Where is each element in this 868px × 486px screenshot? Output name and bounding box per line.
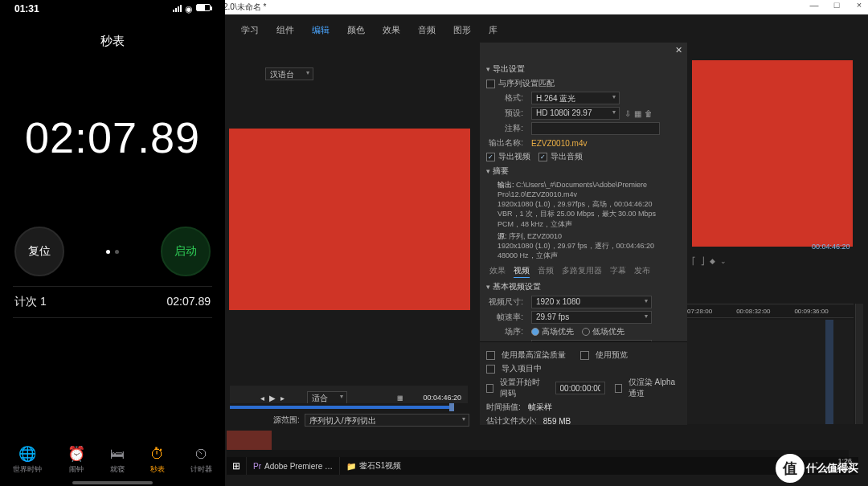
fps-label: 帧速率: (486, 312, 526, 323)
taskbar-app[interactable]: PrAdobe Premiere … (246, 457, 339, 475)
radio-upper[interactable] (531, 328, 539, 336)
safe-margin-icon[interactable]: ▦ (397, 394, 403, 402)
section-export-settings[interactable]: 导出设置 (486, 63, 681, 75)
use-preview-label: 使用预览 (596, 349, 628, 361)
dim-dropdown[interactable]: 1920 x 1080 (531, 296, 652, 308)
tab-publish[interactable]: 发布 (634, 265, 650, 278)
status-bar: 01:31 ◉ (0, 3, 225, 14)
summary-out-line2: 1920x1080 (1.0)，29.97fps，高场，00:04:46:20 (497, 200, 653, 208)
taskbar-app[interactable]: 📁蓥石S1视频 (339, 457, 407, 475)
export-tabs: 效果 视频 音频 多路复用器 字幕 发布 (489, 265, 681, 278)
ruler-tick: 07:28:00 (687, 308, 712, 315)
radio-lower[interactable] (582, 328, 590, 336)
alpha-label: 仅渲染 Alpha 通道 (628, 377, 681, 399)
import-preset-icon[interactable]: ⇩ (624, 109, 631, 118)
mark-out-icon[interactable]: ⎦ (701, 257, 705, 265)
output-name-link[interactable]: EZVZ0010.m4v (531, 139, 587, 148)
match-seq-checkbox[interactable] (486, 80, 495, 88)
tab-alarm[interactable]: ⏰闹钟 (68, 445, 85, 475)
export-dialog: ✕ 导出设置 与序列设置匹配 格式:H.264 蓝光 预设:HD 1080i 2… (479, 42, 688, 426)
window-close[interactable]: × (854, 0, 865, 10)
tab-stopwatch[interactable]: ⏱秒表 (150, 445, 165, 475)
timeline-ruler[interactable]: 07:28:00 00:08:32:00 00:09:36:00 (687, 304, 854, 318)
tab-world-clock[interactable]: 🌐世界时钟 (13, 445, 42, 475)
timeline-tracks[interactable] (687, 320, 854, 424)
lap-row: 计次 1 02:07.89 (13, 287, 212, 318)
tab-effects[interactable]: 效果 (489, 265, 506, 278)
lap-reset-button[interactable]: 复位 (14, 227, 64, 276)
tab-video[interactable]: 视频 (514, 265, 530, 278)
use-preview-checkbox[interactable] (580, 351, 589, 360)
stopwatch-time: 02:07.89 (0, 112, 225, 162)
ws-tab[interactable]: 音频 (418, 24, 436, 36)
comment-input[interactable] (531, 122, 660, 135)
watermark-badge: 值 (776, 454, 805, 483)
section-basic-video[interactable]: 基本视频设置 (486, 281, 681, 292)
marker-icon[interactable]: ◆ (710, 257, 715, 265)
set-tc-checkbox[interactable] (486, 384, 493, 393)
start-button[interactable]: ⊞ (227, 457, 246, 475)
lap-time: 02:07.89 (167, 295, 211, 309)
start-stop-button[interactable]: 启动 (161, 227, 211, 276)
dim-label: 视频尺寸: (486, 296, 526, 308)
settings-icon[interactable]: ⌄ (720, 257, 727, 265)
interp-value[interactable]: 帧采样 (528, 402, 552, 413)
window-maximize[interactable]: □ (831, 0, 842, 10)
export-video-checkbox[interactable] (486, 153, 495, 161)
preset-dropdown[interactable]: HD 1080i 29.97 (531, 107, 620, 120)
ws-tab[interactable]: 组件 (276, 24, 294, 36)
iphone-overlay: 01:31 ◉ 秒表 02:07.89 复位 启动 计次 1 02:07.89 … (0, 0, 225, 486)
max-render-checkbox[interactable] (486, 351, 495, 360)
tab-captions[interactable]: 字幕 (610, 265, 626, 278)
ws-tab[interactable]: 图形 (453, 24, 471, 36)
interp-label: 时间插值: (486, 402, 525, 413)
summary-out-line3: VBR，1 次，目标 25.00 Mbps，最大 30.00 Mbps (497, 210, 656, 218)
ws-tab[interactable]: 颜色 (347, 24, 365, 36)
delete-preset-icon[interactable]: 🗑 (645, 109, 653, 118)
import-proj-label: 导入项目中 (502, 363, 542, 374)
bed-icon: 🛏 (110, 445, 125, 463)
clock-tabbar: 🌐世界时钟 ⏰闹钟 🛏就寝 ⏱秒表 ⏲计时器 (0, 445, 225, 475)
tab-audio[interactable]: 音频 (538, 265, 554, 278)
watermark-text: 什么值得买 (806, 461, 858, 476)
source-dropdown[interactable]: 汉语台 (265, 67, 313, 80)
save-preset-icon[interactable]: ▦ (634, 109, 641, 118)
workspace-tabs: 学习 组件 编辑 颜色 效果 音频 图形 库 (241, 24, 497, 36)
range-dropdown[interactable]: 序列切入/序列切出 (305, 414, 469, 427)
window-minimize[interactable]: — (809, 0, 820, 10)
home-indicator[interactable] (72, 481, 153, 484)
tab-timer[interactable]: ⏲计时器 (190, 445, 212, 475)
import-proj-checkbox[interactable] (486, 365, 495, 374)
signal-icon (173, 4, 182, 12)
summary-out-line4: PCM，48 kHz，立体声 (497, 220, 572, 228)
section-summary[interactable]: 摘要 (486, 165, 681, 177)
close-icon[interactable]: ✕ (675, 45, 682, 55)
clip[interactable] (825, 320, 833, 424)
ws-tab[interactable]: 学习 (241, 24, 259, 36)
summary-src-line2: 1920x1080 (1.0)，29.97 fps，逐行，00:04:46:20 (497, 242, 654, 250)
step-fwd-icon[interactable]: ▸ (280, 394, 285, 402)
tc-input[interactable] (555, 382, 605, 394)
app-title: 秒表 (0, 34, 225, 49)
program-monitor (692, 60, 853, 247)
ws-tab-active[interactable]: 编辑 (312, 24, 330, 36)
play-icon[interactable]: ▶ (269, 394, 276, 402)
page-dots[interactable] (106, 250, 119, 254)
export-audio-checkbox[interactable] (538, 153, 547, 161)
ws-tab[interactable]: 效果 (383, 24, 400, 36)
ws-tab[interactable]: 库 (489, 24, 497, 36)
format-dropdown[interactable]: H.264 蓝光 (531, 92, 620, 104)
source-scrubber[interactable] (230, 403, 468, 411)
export-audio-label: 导出音频 (551, 151, 583, 162)
fps-dropdown[interactable]: 29.97 fps (531, 311, 652, 324)
mark-in-icon[interactable]: ⎡ (692, 257, 696, 265)
stopwatch-icon: ⏱ (150, 445, 165, 463)
step-back-icon[interactable]: ◂ (260, 394, 264, 402)
alpha-checkbox[interactable] (615, 384, 622, 393)
zoom-dropdown[interactable]: 适合 (307, 391, 347, 404)
match-seq-label: 与序列设置匹配 (498, 78, 555, 89)
tab-bedtime[interactable]: 🛏就寝 (110, 445, 125, 475)
outname-label: 输出名称: (486, 137, 526, 149)
timer-icon: ⏲ (194, 445, 209, 463)
tab-mux[interactable]: 多路复用器 (562, 265, 602, 278)
